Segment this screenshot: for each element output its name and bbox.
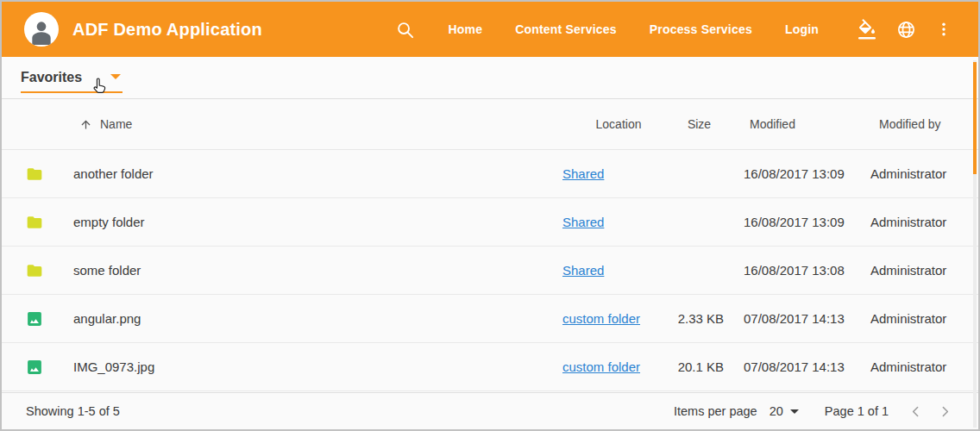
modified-by: Administrator xyxy=(869,166,952,181)
modified-by: Administrator xyxy=(869,311,952,326)
modified-date: 07/08/2017 14:13 xyxy=(739,311,869,326)
app-title: ADF Demo Application xyxy=(72,20,262,40)
nav-process-services[interactable]: Process Services xyxy=(650,22,752,36)
modified-by: Administrator xyxy=(869,359,952,374)
items-per-page-value: 20 xyxy=(770,404,783,418)
file-name[interactable]: empty folder xyxy=(73,215,562,229)
theme-color-fill-icon[interactable] xyxy=(857,19,877,40)
modified-date: 16/08/2017 13:09 xyxy=(739,215,869,229)
chevron-right-icon xyxy=(938,404,952,419)
file-name[interactable]: angular.png xyxy=(73,311,562,326)
table-header-row: Name Location Size Modified Modified by xyxy=(2,99,978,150)
file-name[interactable]: another folder xyxy=(73,166,562,181)
folder-icon xyxy=(26,166,73,183)
app-window: ADF Demo Application Home Content Servic… xyxy=(0,0,980,431)
language-globe-icon[interactable] xyxy=(896,20,916,40)
chevron-left-icon xyxy=(908,404,923,419)
chevron-down-icon xyxy=(790,409,799,414)
person-icon xyxy=(28,16,55,46)
range-label: Showing 1-5 of 5 xyxy=(26,404,120,418)
table-row[interactable]: another folder Shared 16/08/2017 13:09 A… xyxy=(2,150,978,198)
chevron-down-icon xyxy=(110,74,121,79)
sort-ascending-icon xyxy=(79,118,92,131)
items-per-page-label: Items per page xyxy=(674,404,757,418)
search-icon[interactable] xyxy=(395,20,415,40)
location-link[interactable]: custom folder xyxy=(562,311,640,326)
file-size: 20.1 KB xyxy=(675,359,739,374)
table-row[interactable]: angular.png custom folder 2.33 KB 07/08/… xyxy=(2,295,978,343)
document-list: Name Location Size Modified Modified by xyxy=(2,99,978,391)
image-file-icon xyxy=(26,359,73,376)
view-select-dropdown[interactable]: Favorites xyxy=(21,70,122,93)
table-body: another folder Shared 16/08/2017 13:09 A… xyxy=(2,150,978,391)
more-options-icon[interactable] xyxy=(935,20,952,39)
view-selector-bar: Favorites xyxy=(2,57,978,99)
column-header-location[interactable]: Location xyxy=(562,117,675,131)
paginator: Showing 1-5 of 5 Items per page 20 Page … xyxy=(2,392,978,429)
column-header-name[interactable]: Name xyxy=(73,117,562,131)
items-per-page-select[interactable]: 20 xyxy=(770,404,799,418)
image-file-icon xyxy=(26,310,73,328)
file-size: 2.33 KB xyxy=(675,311,739,326)
nav-login[interactable]: Login xyxy=(785,22,819,36)
modified-by: Administrator xyxy=(869,215,952,229)
modified-by: Administrator xyxy=(869,263,952,278)
folder-icon xyxy=(26,262,73,279)
folder-icon xyxy=(26,214,73,231)
user-avatar[interactable] xyxy=(24,12,59,47)
column-header-modified-by[interactable]: Modified by xyxy=(869,117,952,131)
column-header-modified[interactable]: Modified xyxy=(739,117,869,131)
previous-page-button[interactable] xyxy=(901,397,930,426)
table-row[interactable]: empty folder Shared 16/08/2017 13:09 Adm… xyxy=(2,198,978,247)
modified-date: 07/08/2017 14:13 xyxy=(739,359,869,374)
column-header-size[interactable]: Size xyxy=(675,117,739,131)
view-select-value: Favorites xyxy=(21,70,82,85)
app-header: ADF Demo Application Home Content Servic… xyxy=(2,2,978,57)
page-label: Page 1 of 1 xyxy=(825,404,889,418)
next-page-button[interactable] xyxy=(930,397,959,426)
vertical-scrollbar-thumb[interactable] xyxy=(973,62,977,174)
nav-content-services[interactable]: Content Services xyxy=(515,22,617,36)
vertical-scrollbar-track[interactable] xyxy=(973,60,977,428)
location-link[interactable]: Shared xyxy=(562,166,604,181)
table-row[interactable]: some folder Shared 16/08/2017 13:08 Admi… xyxy=(2,247,978,295)
nav-home[interactable]: Home xyxy=(448,22,482,36)
file-name[interactable]: IMG_0973.jpg xyxy=(73,359,562,374)
modified-date: 16/08/2017 13:09 xyxy=(739,166,869,181)
location-link[interactable]: Shared xyxy=(562,263,604,278)
location-link[interactable]: Shared xyxy=(562,215,604,229)
file-name[interactable]: some folder xyxy=(73,263,562,278)
table-row[interactable]: IMG_0973.jpg custom folder 20.1 KB 07/08… xyxy=(2,343,978,391)
location-link[interactable]: custom folder xyxy=(562,359,640,374)
modified-date: 16/08/2017 13:08 xyxy=(739,263,869,278)
